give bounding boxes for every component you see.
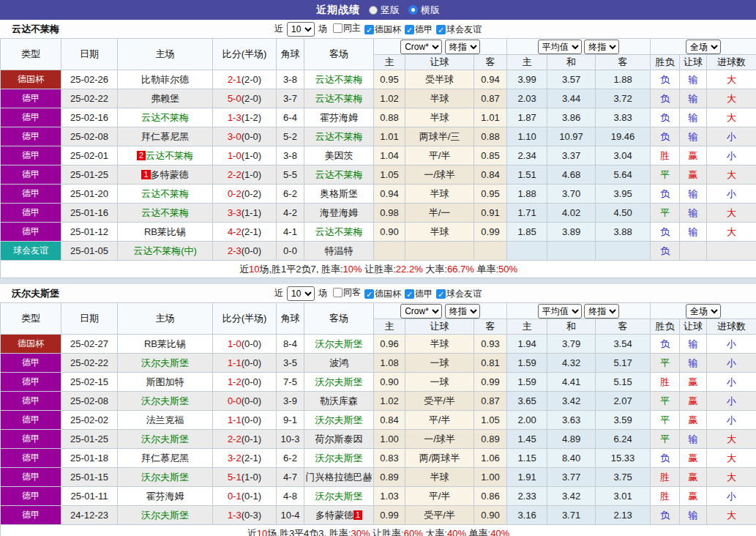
home-team: 斯图加特 xyxy=(118,373,213,392)
checkbox-icon[interactable]: ✓ xyxy=(405,289,414,299)
handicap-odds: 0.81 xyxy=(474,354,507,373)
avg-stage-select[interactable]: 终指 xyxy=(584,304,619,319)
team-label: RB莱比锡 xyxy=(144,226,186,237)
average-odds: 3.71 xyxy=(547,506,596,525)
layout-radio-vertical[interactable]: 竖版 xyxy=(369,4,400,17)
match-date: 25-01-20 xyxy=(61,185,118,204)
radio-unselected-icon[interactable] xyxy=(369,6,378,15)
checkbox-icon[interactable] xyxy=(333,23,343,33)
team-label: 沃尔夫斯堡 xyxy=(315,376,363,387)
match-date: 25-02-02 xyxy=(61,411,118,430)
scope-select[interactable]: 全场 xyxy=(686,304,721,319)
col-header-avg-away: 客 xyxy=(596,55,651,70)
col-header-home: 主场 xyxy=(118,303,213,335)
home-team: 拜仁慕尼黑 xyxy=(118,449,213,468)
match-count-select[interactable]: 10 xyxy=(287,22,315,37)
section-divider xyxy=(0,278,756,284)
handicap-odds xyxy=(405,242,474,261)
checkbox-icon[interactable]: ✓ xyxy=(364,289,374,299)
result-flag: 平 xyxy=(651,354,680,373)
avg-source-select[interactable]: 平均值 xyxy=(538,304,582,319)
team-label: 云达不莱梅 xyxy=(315,131,363,142)
odds-source-select[interactable]: Crow* xyxy=(400,304,442,319)
average-odds: 1.88 xyxy=(596,70,651,89)
odds-stage-select[interactable]: 终指 xyxy=(445,40,480,54)
result-flag: 胜 xyxy=(651,487,680,506)
away-team: 云达不莱梅 xyxy=(304,127,374,146)
handicap-odds: 0.99 xyxy=(374,506,405,525)
match-date: 25-02-08 xyxy=(61,392,118,411)
match-count-select[interactable]: 10 xyxy=(287,286,315,301)
avg-stage-select[interactable]: 终指 xyxy=(584,40,619,54)
average-odds: 3.59 xyxy=(596,411,651,430)
checkbox-label: 球会友谊 xyxy=(446,288,482,300)
handicap-odds: 一球 xyxy=(405,354,474,373)
odds-source-select[interactable]: Crow* xyxy=(400,40,442,54)
handicap-odds: 0.86 xyxy=(474,487,507,506)
away-team: 云达不莱梅 xyxy=(304,223,374,242)
layout-radio-horizontal[interactable]: 横版 xyxy=(408,4,440,17)
team-label: 云达不莱梅(中) xyxy=(133,245,197,256)
average-odds: 3.89 xyxy=(547,223,596,242)
result-flag: 大 xyxy=(707,506,756,525)
filter-checkbox[interactable]: ✓德甲 xyxy=(405,23,433,36)
team-name: 沃尔夫斯堡 xyxy=(12,287,59,300)
checkbox-icon[interactable] xyxy=(333,288,343,297)
away-team: 沃尔夫斯堡 xyxy=(304,373,374,392)
average-odds: 5.15 xyxy=(596,373,651,392)
score: 3-3(1-1) xyxy=(213,204,277,223)
competition-type: 德甲 xyxy=(1,449,61,468)
average-odds: 3.16 xyxy=(507,506,547,525)
team-label: 特温特 xyxy=(325,245,353,256)
result-flag: 小 xyxy=(707,354,756,373)
col-header-avg-away: 客 xyxy=(596,319,651,335)
scope-select[interactable]: 全场 xyxy=(686,40,721,54)
filter-checkbox[interactable]: ✓德国杯 xyxy=(364,288,401,300)
competition-type: 德甲 xyxy=(1,354,61,373)
filter-checkbox[interactable]: ✓球会友谊 xyxy=(436,288,482,300)
competition-type: 德甲 xyxy=(1,89,61,108)
col-header-home: 主场 xyxy=(118,39,213,70)
competition-type: 德甲 xyxy=(1,108,61,127)
competition-type: 德甲 xyxy=(1,373,61,392)
handicap-odds: 1.03 xyxy=(374,487,405,506)
team-label: 斯图加特 xyxy=(146,376,184,387)
avg-source-select[interactable]: 平均值 xyxy=(538,40,582,54)
corners: 10-4 xyxy=(277,506,304,525)
corners: 10-3 xyxy=(277,430,304,449)
checkbox-icon[interactable]: ✓ xyxy=(405,25,414,34)
away-team: 奥格斯堡 xyxy=(304,185,374,204)
handicap-odds: 一/球半 xyxy=(405,165,474,185)
handicap-odds: 1.05 xyxy=(374,165,405,185)
odds-stage-select[interactable]: 终指 xyxy=(445,304,480,319)
handicap-odds: 0.89 xyxy=(374,468,405,487)
handicap-odds: 0.98 xyxy=(374,204,405,223)
competition-type: 德甲 xyxy=(1,506,61,525)
result-flag: 负 xyxy=(651,223,680,242)
result-flag: 负 xyxy=(651,89,680,108)
result-flag: 大 xyxy=(707,468,756,487)
filter-checkbox[interactable]: ✓德甲 xyxy=(405,288,433,300)
average-odds: 4.68 xyxy=(547,165,596,185)
radio-selected-icon[interactable] xyxy=(408,5,418,15)
filter-checkbox[interactable]: ✓德国杯 xyxy=(364,23,401,36)
average-odds: 10.97 xyxy=(547,127,596,146)
average-odds: 3.75 xyxy=(596,468,651,487)
team-label: 沃尔夫斯堡 xyxy=(141,472,189,483)
handicap-odds: 1.05 xyxy=(474,411,507,430)
handicap-odds: 0.93 xyxy=(474,335,507,354)
filter-checkbox[interactable]: 同客 xyxy=(333,286,361,299)
filter-checkbox[interactable]: ✓球会友谊 xyxy=(436,23,482,36)
checkbox-icon[interactable]: ✓ xyxy=(364,25,374,34)
match-date: 25-01-12 xyxy=(61,223,118,242)
team-label: 奥格斯堡 xyxy=(320,188,358,199)
average-odds: 3.54 xyxy=(596,335,651,354)
filter-checkbox[interactable]: 同主 xyxy=(333,22,361,34)
filter-controls: 近 10 场 同主✓德国杯✓德甲✓球会友谊 xyxy=(274,22,482,37)
checkbox-icon[interactable]: ✓ xyxy=(436,289,446,299)
match-row: 德甲25-02-02法兰克福1-1(0-0)9-1沃尔夫斯堡0.84平/半1.0… xyxy=(1,411,756,430)
team-label: 门兴格拉德巴赫 xyxy=(306,472,373,483)
away-team: 沃尔夫斯堡 xyxy=(304,411,374,430)
checkbox-icon[interactable]: ✓ xyxy=(436,25,446,34)
team-label: 勒沃库森 xyxy=(320,395,358,406)
